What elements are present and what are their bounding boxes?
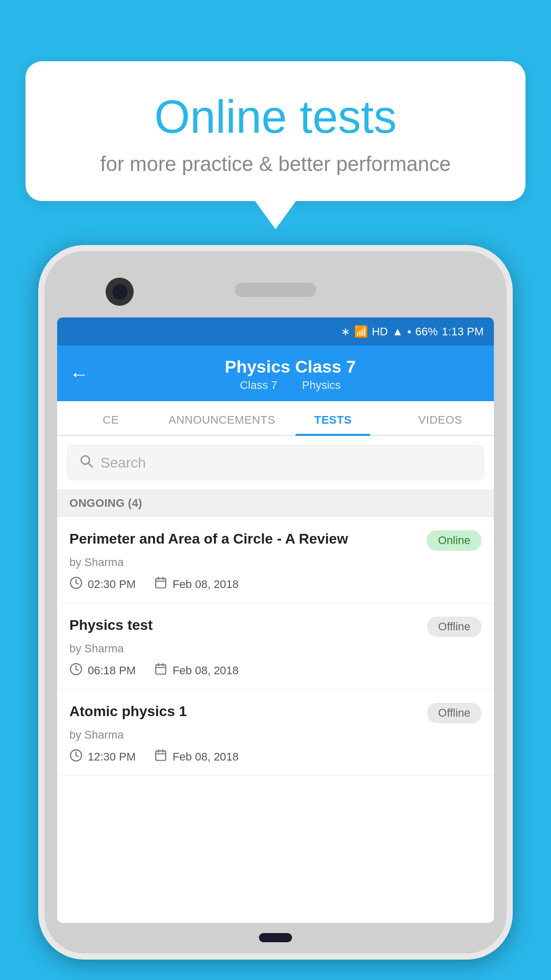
vibrate-icon: 📶 (354, 325, 368, 338)
status-bar: ∗ 📶 HD ▲ ▪ 66% 1:13 PM (57, 317, 494, 346)
svg-rect-3 (156, 578, 166, 587)
test-item[interactable]: Perimeter and Area of a Circle - A Revie… (57, 517, 494, 603)
tabs-row: CE ANNOUNCEMENTS TESTS VIDEOS (57, 401, 494, 436)
calendar-icon (154, 576, 167, 593)
test-time: 06:18 PM (88, 664, 136, 677)
test-by: by Sharma (69, 642, 482, 655)
phone-screen: ∗ 📶 HD ▲ ▪ 66% 1:13 PM ← (57, 317, 494, 923)
hd-label: HD (372, 325, 388, 338)
breadcrumb-subject: Physics (302, 379, 341, 391)
date-meta: Feb 08, 2018 (154, 749, 239, 765)
calendar-icon (154, 663, 167, 679)
clock-icon (69, 749, 83, 765)
clock-icon (69, 663, 83, 679)
calendar-icon (154, 749, 167, 765)
phone-frame: ∗ 📶 HD ▲ ▪ 66% 1:13 PM ← (38, 245, 513, 960)
search-bar-container: Search (57, 436, 494, 489)
app-header: ← Physics Class 7 Class 7 Physics (57, 346, 494, 401)
speech-bubble-container: Online tests for more practice & better … (26, 61, 525, 229)
tab-tests[interactable]: TESTS (280, 401, 387, 435)
test-meta: 12:30 PM Feb 08, 2018 (69, 749, 482, 765)
test-item-top: Atomic physics 1 Offline (69, 702, 482, 723)
speech-bubble-tail (255, 201, 296, 229)
clock-icon (69, 576, 83, 593)
test-title: Perimeter and Area of a Circle - A Revie… (69, 529, 418, 549)
status-badge: Online (427, 530, 482, 551)
svg-line-1 (89, 463, 92, 467)
time-meta: 12:30 PM (69, 749, 136, 765)
date-meta: Feb 08, 2018 (154, 576, 239, 593)
time-display: 1:13 PM (442, 325, 484, 338)
test-item-top: Perimeter and Area of a Circle - A Revie… (69, 529, 482, 551)
wifi-icon: ▲ (392, 325, 403, 338)
status-badge: Offline (427, 703, 482, 723)
test-date: Feb 08, 2018 (172, 750, 239, 764)
phone-inner: ∗ 📶 HD ▲ ▪ 66% 1:13 PM ← (44, 251, 507, 953)
test-item[interactable]: Physics test Offline by Sharma 06:18 PM (57, 603, 494, 690)
test-title: Physics test (69, 616, 419, 635)
time-meta: 02:30 PM (69, 576, 136, 593)
tab-ce[interactable]: CE (57, 401, 164, 435)
test-date: Feb 08, 2018 (172, 664, 239, 677)
tab-announcements[interactable]: ANNOUNCEMENTS (164, 401, 279, 435)
svg-rect-13 (156, 751, 166, 760)
tab-videos[interactable]: VIDEOS (387, 401, 494, 435)
signal-icon: ▪ (407, 325, 411, 338)
svg-rect-8 (156, 665, 166, 674)
test-title: Atomic physics 1 (69, 702, 419, 721)
test-meta: 06:18 PM Feb 08, 2018 (69, 663, 482, 679)
speech-bubble-subtitle: for more practice & better performance (66, 153, 485, 176)
section-header: ONGOING (4) (57, 489, 494, 517)
phone-speaker (235, 283, 316, 297)
bluetooth-icon: ∗ (341, 325, 350, 338)
date-meta: Feb 08, 2018 (154, 663, 239, 679)
status-badge: Offline (427, 617, 482, 637)
phone-home-button[interactable] (259, 933, 292, 942)
phone-camera-lens (112, 284, 128, 300)
speech-bubble: Online tests for more practice & better … (26, 61, 525, 201)
back-button[interactable]: ← (69, 363, 89, 385)
header-title: Physics Class 7 (99, 357, 482, 377)
header-breadcrumb: Class 7 Physics (99, 379, 482, 392)
breadcrumb-class: Class 7 (240, 379, 277, 391)
breadcrumb-separator (287, 379, 293, 391)
search-icon (79, 454, 93, 472)
test-by: by Sharma (69, 556, 482, 569)
search-placeholder: Search (101, 455, 146, 471)
test-time: 02:30 PM (88, 578, 136, 591)
test-by: by Sharma (69, 728, 482, 742)
test-date: Feb 08, 2018 (172, 578, 239, 591)
test-item-top: Physics test Offline (69, 616, 482, 637)
speech-bubble-title: Online tests (66, 92, 485, 142)
time-meta: 06:18 PM (69, 663, 136, 679)
phone-camera (106, 278, 134, 306)
header-title-block: Physics Class 7 Class 7 Physics (99, 357, 482, 392)
test-time: 12:30 PM (88, 750, 136, 764)
battery-indicator: 66% (415, 325, 438, 338)
search-bar[interactable]: Search (67, 445, 484, 480)
test-item[interactable]: Atomic physics 1 Offline by Sharma 12:30… (57, 690, 494, 776)
status-icons: ∗ 📶 HD ▲ ▪ 66% 1:13 PM (341, 325, 484, 338)
test-meta: 02:30 PM Feb 08, 2018 (69, 576, 482, 593)
